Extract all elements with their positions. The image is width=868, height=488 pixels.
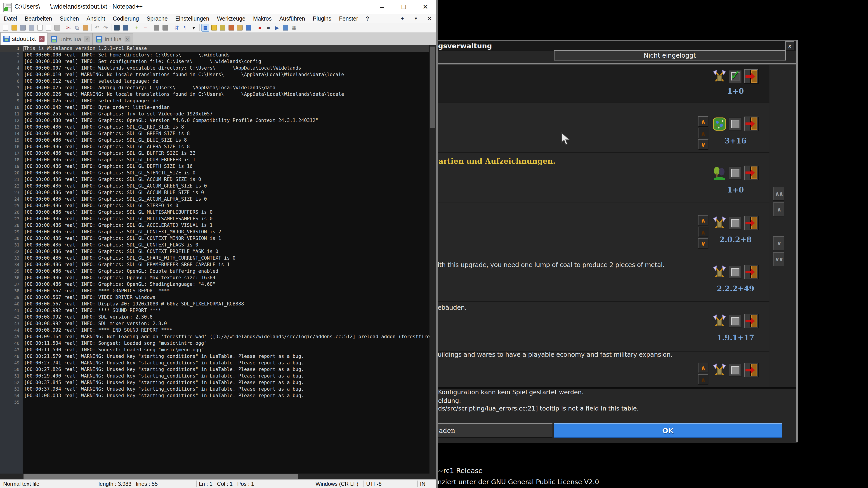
tab-init-lua[interactable]: init.lua✕ (93, 33, 133, 45)
show-all-chars-icon[interactable]: ¶ (182, 24, 189, 31)
macro-stop-icon[interactable]: ■ (265, 24, 272, 31)
addon-move-down-button[interactable]: ∨ (698, 139, 708, 150)
addon-move-down-button[interactable]: ∨ (698, 238, 708, 249)
addon-uninstall-door-icon[interactable] (744, 166, 758, 180)
indent-guide-icon[interactable]: ≣ (202, 24, 209, 32)
document-map-icon[interactable] (219, 24, 226, 31)
line-number: 49 (0, 360, 20, 366)
new-tab-button[interactable]: + (397, 14, 408, 23)
log-line: 10[00:00:00.042 real] INFO: Byte order: … (0, 104, 429, 111)
log-line: 17[00:00:00.486 real] INFO: Graphics: SD… (0, 150, 429, 157)
dialog-close-button[interactable]: x (785, 41, 794, 51)
addon-move-bottom-button[interactable]: ∨∨ (773, 252, 784, 266)
menu-item-makros[interactable]: Makros (249, 14, 276, 23)
addon-enabled-checkbox[interactable]: ✓ (729, 70, 742, 83)
tab-close-icon[interactable]: ✕ (39, 36, 44, 42)
addon-enabled-checkbox[interactable] (729, 166, 742, 180)
addon-move-top-button[interactable]: ∧∧ (773, 187, 784, 201)
close-button[interactable]: ✕ (414, 0, 436, 14)
document-list-icon[interactable] (228, 24, 235, 31)
zoom-in-icon[interactable]: + (133, 24, 141, 31)
maximize-button[interactable]: ☐ (393, 0, 414, 14)
login-status-button[interactable]: Nicht eingeloggt (554, 50, 786, 61)
addon-move-up-button[interactable]: ∧ (698, 116, 708, 127)
menu-item-codierung[interactable]: Codierung (109, 14, 143, 23)
addon-enabled-checkbox[interactable] (729, 364, 742, 377)
open-file-icon[interactable] (11, 24, 18, 31)
folder-workspace-icon[interactable] (236, 24, 243, 31)
dialog-titlebar[interactable]: gsverwaltung x (438, 41, 798, 51)
addon-move-up-button[interactable]: ∧ (698, 363, 708, 373)
addon-enabled-checkbox[interactable] (729, 266, 742, 279)
vertical-scrollbar-thumb[interactable] (430, 46, 435, 128)
addon-move-up-button[interactable]: ∧ (698, 215, 708, 225)
tab-close-icon[interactable]: ✕ (125, 36, 130, 42)
macro-run-multi-icon[interactable] (282, 24, 289, 31)
macro-record-icon[interactable]: ● (256, 24, 264, 31)
copy-icon[interactable]: ⧉ (73, 24, 81, 31)
monitor-icon[interactable] (245, 24, 252, 31)
tab-list-button[interactable]: ▼ (410, 14, 421, 23)
menu-item-bearbeiten[interactable]: Bearbeiten (21, 14, 56, 23)
menu-item-einstellungen[interactable]: Einstellungen (172, 14, 213, 23)
editor-area[interactable]: 1This is Widelands version 1.2.1~rc1 Rel… (0, 45, 430, 474)
sync-horizontal-icon[interactable] (162, 24, 169, 31)
ok-button[interactable]: OK (554, 423, 782, 438)
find-icon[interactable] (113, 24, 121, 31)
save-icon[interactable] (19, 24, 26, 31)
line-number: 16 (0, 143, 20, 150)
redo-icon[interactable]: ↷ (102, 24, 109, 31)
addon-enabled-checkbox[interactable] (729, 315, 742, 328)
menu-item-suchen[interactable]: Suchen (56, 14, 83, 23)
log-line-text: [00:00:00.486 real] INFO: Graphics: SDL_… (24, 130, 190, 137)
menu-item-fenster[interactable]: Fenster (335, 14, 362, 23)
addon-enabled-checkbox[interactable] (729, 217, 742, 230)
tab-stdout-txt[interactable]: stdout.txt✕ (0, 32, 48, 45)
undo-icon[interactable]: ↶ (93, 24, 101, 31)
menu-item-ausfhren[interactable]: Ausführen (276, 14, 309, 23)
log-line: 50[00:00:27.826 real] WARNING: Unused ke… (0, 366, 429, 373)
save-all-icon[interactable] (28, 24, 35, 31)
editor-horizontal-scrollbar[interactable] (0, 474, 436, 480)
menu-item-?[interactable]: ? (362, 14, 373, 23)
addon-uninstall-door-icon[interactable] (744, 314, 758, 328)
tab-close-icon[interactable]: ✕ (84, 36, 90, 42)
menu-item-datei[interactable]: Datei (0, 14, 21, 23)
word-wrap-icon[interactable]: ⇵ (173, 24, 180, 31)
tab-units-lua[interactable]: units.lua✕ (48, 33, 93, 45)
new-file-icon[interactable] (2, 24, 9, 31)
print-icon[interactable] (54, 24, 61, 31)
close-file-icon[interactable] (36, 24, 43, 31)
notepadpp-titlebar[interactable]: C:\Users\ \.widelands\stdout.txt - Notep… (0, 0, 436, 14)
addon-uninstall-door-icon[interactable] (744, 117, 758, 131)
minimize-button[interactable]: – (371, 0, 393, 14)
close-all-icon[interactable] (45, 24, 52, 31)
editor-vertical-scrollbar[interactable] (430, 45, 436, 474)
replace-icon[interactable] (122, 24, 129, 31)
cut-icon[interactable]: ✂ (65, 24, 72, 31)
addon-list[interactable]: ∧ ∨ ✓1+0∧∧∨3+161+0∧∧∨2.0.2+82.2.2+491.9.… (438, 65, 796, 387)
menu-item-ansicht[interactable]: Ansicht (83, 14, 109, 23)
toolbar-dropdown-icon[interactable]: ▾ (190, 24, 197, 31)
addon-move-up-disabled-button[interactable]: ∧ (773, 202, 784, 217)
menu-item-plugins[interactable]: Plugins (309, 14, 335, 23)
zoom-out-icon[interactable]: − (142, 24, 149, 31)
menu-item-sprache[interactable]: Sprache (143, 14, 171, 23)
paste-icon[interactable] (82, 24, 89, 31)
line-number: 39 (0, 294, 20, 301)
addon-enabled-checkbox[interactable] (729, 118, 742, 131)
doc-switcher-icon[interactable]: ▦ (290, 24, 298, 31)
addon-version: 1+0 (727, 186, 744, 194)
addon-uninstall-door-icon[interactable] (744, 216, 758, 230)
addon-uninstall-door-icon[interactable] (744, 363, 758, 377)
addon-uninstall-door-icon[interactable] (744, 265, 758, 279)
close-tab-button[interactable]: ✕ (424, 14, 435, 23)
addon-uninstall-door-icon[interactable] (744, 69, 758, 84)
sync-vertical-icon[interactable] (153, 24, 160, 31)
function-list-icon[interactable] (211, 24, 218, 31)
menu-item-werkzeuge[interactable]: Werkzeuge (213, 14, 249, 23)
reload-button-fragment[interactable]: aden (438, 423, 553, 438)
addon-move-down-disabled-button[interactable]: ∨ (773, 236, 784, 250)
horizontal-scrollbar-thumb[interactable] (24, 474, 298, 479)
macro-play-icon[interactable]: ▶ (273, 24, 281, 31)
